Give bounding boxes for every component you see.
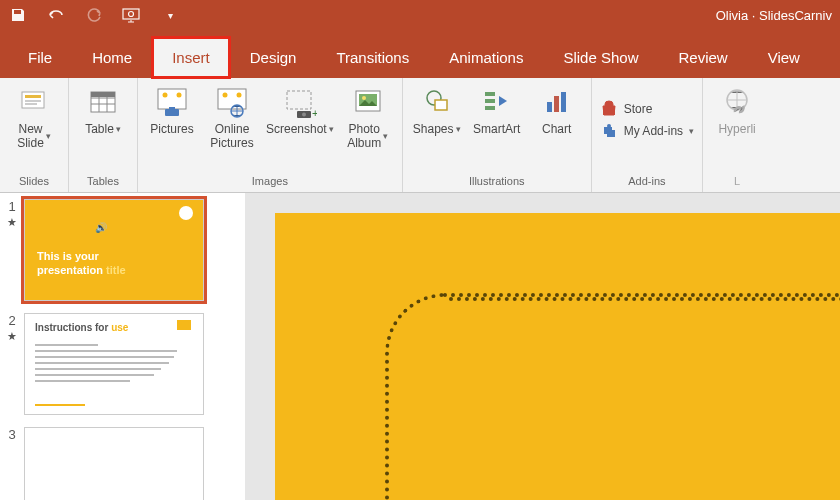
svg-rect-13 xyxy=(218,89,246,109)
thumbnail-row-3[interactable]: 3 xyxy=(4,427,241,500)
pictures-label: Pictures xyxy=(150,122,193,136)
tab-animations[interactable]: Animations xyxy=(429,37,543,78)
smartart-icon xyxy=(479,84,515,120)
svg-point-1 xyxy=(129,12,134,17)
chart-icon xyxy=(539,84,575,120)
photo-album-label: Photo Album xyxy=(347,122,388,150)
svg-rect-17 xyxy=(287,91,311,109)
svg-rect-31 xyxy=(561,92,566,112)
screenshot-label: Screenshot xyxy=(266,122,334,136)
chart-label: Chart xyxy=(542,122,571,136)
slide-thumbnail-3[interactable] xyxy=(24,427,204,500)
shapes-icon xyxy=(419,84,455,120)
ribbon: New Slide Slides Table Tables Pictures xyxy=(0,78,840,193)
svg-rect-30 xyxy=(554,96,559,112)
slide-thumbnail-2[interactable]: Instructions for use xyxy=(24,313,204,415)
table-button[interactable]: Table xyxy=(77,84,129,136)
store-icon xyxy=(600,100,618,118)
group-slides: New Slide Slides xyxy=(0,78,69,192)
tab-review[interactable]: Review xyxy=(658,37,747,78)
svg-rect-27 xyxy=(485,99,495,103)
slide-thumbnail-pane[interactable]: 1 ★ 🔊 This is your presentation title 2 … xyxy=(0,193,245,500)
tab-view[interactable]: View xyxy=(748,37,820,78)
screenshot-icon: + xyxy=(282,84,318,120)
start-from-beginning-icon[interactable] xyxy=(122,5,142,25)
slide-number: 1 ★ xyxy=(4,199,20,229)
thumbnail-row-2[interactable]: 2 ★ Instructions for use xyxy=(4,313,241,415)
online-pictures-icon xyxy=(214,84,250,120)
svg-rect-0 xyxy=(123,9,139,19)
chart-button[interactable]: Chart xyxy=(531,84,583,136)
slide-canvas[interactable] xyxy=(275,213,840,500)
hyperlink-label: Hyperli xyxy=(718,122,755,136)
group-images-label: Images xyxy=(252,172,288,190)
group-links: Hyperli L xyxy=(703,78,771,192)
quick-access-toolbar: ▾ xyxy=(8,5,180,25)
animation-indicator-icon: ★ xyxy=(7,330,17,343)
group-links-label: L xyxy=(734,172,740,190)
svg-rect-28 xyxy=(485,106,495,110)
dotted-border-shape[interactable] xyxy=(385,293,840,500)
svg-point-9 xyxy=(163,93,168,98)
online-pictures-label: Online Pictures xyxy=(210,122,253,150)
store-button[interactable]: Store xyxy=(600,100,653,118)
hyperlink-button[interactable]: Hyperli xyxy=(711,84,763,136)
svg-point-10 xyxy=(177,93,182,98)
qat-customize-icon[interactable]: ▾ xyxy=(160,5,180,25)
tab-insert[interactable]: Insert xyxy=(152,37,230,78)
slide-thumbnail-1[interactable]: 🔊 This is your presentation title xyxy=(24,199,204,301)
svg-point-14 xyxy=(223,93,228,98)
smartart-label: SmartArt xyxy=(473,122,520,136)
new-slide-label: New Slide xyxy=(17,122,51,150)
svg-rect-29 xyxy=(547,102,552,112)
tab-home[interactable]: Home xyxy=(72,37,152,78)
new-slide-button[interactable]: New Slide xyxy=(8,84,60,150)
group-tables-label: Tables xyxy=(87,172,119,190)
shapes-label: Shapes xyxy=(413,122,461,136)
screenshot-button[interactable]: + Screenshot xyxy=(266,84,334,136)
slide2-corner-icon xyxy=(177,320,191,330)
group-tables: Table Tables xyxy=(69,78,138,192)
svg-rect-32 xyxy=(603,106,615,115)
my-addins-icon xyxy=(600,122,618,140)
svg-rect-3 xyxy=(25,95,41,98)
hyperlink-icon xyxy=(719,84,755,120)
svg-rect-11 xyxy=(165,109,179,116)
pictures-button[interactable]: Pictures xyxy=(146,84,198,136)
undo-icon[interactable] xyxy=(46,5,66,25)
shapes-button[interactable]: Shapes xyxy=(411,84,463,136)
pictures-icon xyxy=(154,84,190,120)
svg-text:+: + xyxy=(312,107,317,119)
svg-point-19 xyxy=(302,113,306,117)
thumbnail-row-1[interactable]: 1 ★ 🔊 This is your presentation title xyxy=(4,199,241,301)
new-slide-icon xyxy=(16,84,52,120)
svg-rect-25 xyxy=(435,100,447,110)
slide1-title-line2: presentation title xyxy=(37,264,126,276)
online-pictures-button[interactable]: Online Pictures xyxy=(206,84,258,150)
tab-slideshow[interactable]: Slide Show xyxy=(543,37,658,78)
group-illustrations-label: Illustrations xyxy=(469,172,525,190)
smartart-button[interactable]: SmartArt xyxy=(471,84,523,136)
redo-icon[interactable] xyxy=(84,5,104,25)
audio-icon: 🔊 xyxy=(95,222,107,233)
svg-point-15 xyxy=(237,93,242,98)
tab-design[interactable]: Design xyxy=(230,37,317,78)
svg-rect-26 xyxy=(485,92,495,96)
my-addins-button[interactable]: My Add-ins ▾ xyxy=(600,122,694,140)
slide-number: 2 ★ xyxy=(4,313,20,343)
chevron-down-icon: ▾ xyxy=(689,126,694,136)
titlebar: ▾ Olivia · SlidesCarniv xyxy=(0,0,840,30)
group-images: Pictures Online Pictures + Screenshot Ph… xyxy=(138,78,403,192)
photo-album-icon xyxy=(350,84,386,120)
save-icon[interactable] xyxy=(8,5,28,25)
photo-album-button[interactable]: Photo Album xyxy=(342,84,394,150)
tab-transitions[interactable]: Transitions xyxy=(316,37,429,78)
svg-rect-4 xyxy=(25,100,41,102)
ribbon-tabs: File Home Insert Design Transitions Anim… xyxy=(0,30,840,78)
my-addins-label: My Add-ins xyxy=(624,124,683,138)
tab-file[interactable]: File xyxy=(8,37,72,78)
slide2-title: Instructions for use xyxy=(35,322,128,333)
svg-point-33 xyxy=(607,124,611,128)
svg-rect-5 xyxy=(25,103,37,105)
slide-canvas-area[interactable] xyxy=(245,193,840,500)
